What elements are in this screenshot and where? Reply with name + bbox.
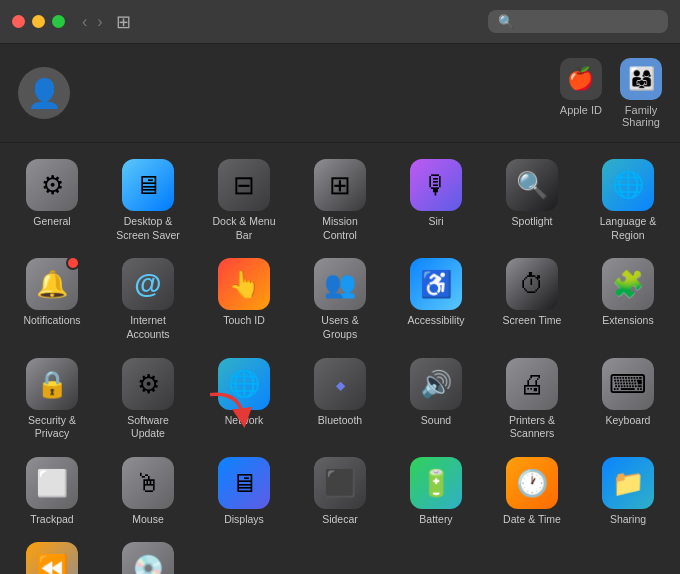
pref-item-displays[interactable]: 🖥 Displays xyxy=(196,449,292,535)
sharing-label: Sharing xyxy=(610,513,646,527)
sharing-icon: 📁 xyxy=(602,457,654,509)
pref-item-siri[interactable]: 🎙 Siri xyxy=(388,151,484,250)
pref-item-sidecar[interactable]: ⬛ Sidecar xyxy=(292,449,388,535)
avatar: 👤 xyxy=(18,67,70,119)
pref-item-internet-accounts[interactable]: @ Internet Accounts xyxy=(100,250,196,349)
pref-item-startup-disk[interactable]: 💿 Startup Disk xyxy=(100,534,196,574)
software-update-icon: ⚙ xyxy=(122,358,174,410)
mission-control-label: Mission Control xyxy=(304,215,376,242)
pref-item-accessibility[interactable]: ♿ Accessibility xyxy=(388,250,484,349)
back-button[interactable]: ‹ xyxy=(79,13,90,31)
extensions-icon: 🧩 xyxy=(602,258,654,310)
spotlight-icon: 🔍 xyxy=(506,159,558,211)
security-privacy-icon: 🔒 xyxy=(26,358,78,410)
internet-accounts-label: Internet Accounts xyxy=(112,314,184,341)
pref-item-trackpad[interactable]: ⬜ Trackpad xyxy=(4,449,100,535)
screen-time-label: Screen Time xyxy=(503,314,562,328)
pref-item-notifications[interactable]: 🔔 Notifications xyxy=(4,250,100,349)
pref-item-users-groups[interactable]: 👥 Users & Groups xyxy=(292,250,388,349)
printers-scanners-icon: 🖨 xyxy=(506,358,558,410)
mouse-label: Mouse xyxy=(132,513,164,527)
software-update-label: Software Update xyxy=(112,414,184,441)
siri-label: Siri xyxy=(428,215,443,229)
family-sharing-button[interactable]: 👨‍👩‍👧 FamilySharing xyxy=(620,58,662,128)
notification-badge xyxy=(66,256,80,270)
pref-item-software-update[interactable]: ⚙ Software Update xyxy=(100,350,196,449)
pref-item-mouse[interactable]: 🖱 Mouse xyxy=(100,449,196,535)
user-profile-row[interactable]: 👤 🍎 Apple ID 👨‍👩‍👧 FamilySharing xyxy=(0,44,680,143)
pref-item-general[interactable]: ⚙ General xyxy=(4,151,100,250)
preferences-grid: ⚙ General 🖥 Desktop & Screen Saver ⊟ Doc… xyxy=(0,143,680,574)
pref-item-extensions[interactable]: 🧩 Extensions xyxy=(580,250,676,349)
displays-label: Displays xyxy=(224,513,264,527)
date-time-icon: 🕐 xyxy=(506,457,558,509)
notifications-icon: 🔔 xyxy=(26,258,78,310)
language-region-icon: 🌐 xyxy=(602,159,654,211)
apple-id-icon: 🍎 xyxy=(560,58,602,100)
dock-menu-bar-label: Dock & Menu Bar xyxy=(208,215,280,242)
nav-arrows: ‹ › xyxy=(79,13,106,31)
mission-control-icon: ⊞ xyxy=(314,159,366,211)
desktop-screensaver-label: Desktop & Screen Saver xyxy=(112,215,184,242)
keyboard-label: Keyboard xyxy=(606,414,651,428)
pref-item-battery[interactable]: 🔋 Battery xyxy=(388,449,484,535)
screen-time-icon: ⏱ xyxy=(506,258,558,310)
keyboard-icon: ⌨ xyxy=(602,358,654,410)
sidecar-label: Sidecar xyxy=(322,513,358,527)
extensions-label: Extensions xyxy=(602,314,653,328)
pref-item-security-privacy[interactable]: 🔒 Security & Privacy xyxy=(4,350,100,449)
pref-item-keyboard[interactable]: ⌨ Keyboard xyxy=(580,350,676,449)
pref-item-screen-time[interactable]: ⏱ Screen Time xyxy=(484,250,580,349)
apple-id-button[interactable]: 🍎 Apple ID xyxy=(560,58,602,128)
pref-item-language-region[interactable]: 🌐 Language & Region xyxy=(580,151,676,250)
apple-id-label: Apple ID xyxy=(560,104,602,116)
pref-item-dock-menu-bar[interactable]: ⊟ Dock & Menu Bar xyxy=(196,151,292,250)
trackpad-label: Trackpad xyxy=(30,513,73,527)
battery-label: Battery xyxy=(419,513,452,527)
user-info xyxy=(84,92,560,94)
time-machine-icon: ⏪ xyxy=(26,542,78,574)
family-sharing-icon: 👨‍👩‍👧 xyxy=(620,58,662,100)
sound-label: Sound xyxy=(421,414,451,428)
battery-icon: 🔋 xyxy=(410,457,462,509)
desktop-screensaver-icon: 🖥 xyxy=(122,159,174,211)
touch-id-icon: 👆 xyxy=(218,258,270,310)
traffic-lights xyxy=(12,15,65,28)
sidecar-icon: ⬛ xyxy=(314,457,366,509)
printers-scanners-label: Printers & Scanners xyxy=(496,414,568,441)
mouse-icon: 🖱 xyxy=(122,457,174,509)
users-groups-label: Users & Groups xyxy=(304,314,376,341)
pref-item-sound[interactable]: 🔊 Sound xyxy=(388,350,484,449)
spotlight-label: Spotlight xyxy=(512,215,553,229)
network-label: Network xyxy=(225,414,264,428)
search-input[interactable] xyxy=(520,14,658,29)
pref-item-sharing[interactable]: 📁 Sharing xyxy=(580,449,676,535)
internet-accounts-icon: @ xyxy=(122,258,174,310)
language-region-label: Language & Region xyxy=(592,215,664,242)
grid-view-icon[interactable]: ⊞ xyxy=(116,11,131,33)
accessibility-icon: ♿ xyxy=(410,258,462,310)
search-bar[interactable]: 🔍 xyxy=(488,10,668,33)
bluetooth-icon: ⬥ xyxy=(314,358,366,410)
date-time-label: Date & Time xyxy=(503,513,561,527)
trackpad-icon: ⬜ xyxy=(26,457,78,509)
users-groups-icon: 👥 xyxy=(314,258,366,310)
forward-button[interactable]: › xyxy=(94,13,105,31)
pref-item-printers-scanners[interactable]: 🖨 Printers & Scanners xyxy=(484,350,580,449)
pref-item-spotlight[interactable]: 🔍 Spotlight xyxy=(484,151,580,250)
pref-item-bluetooth[interactable]: ⬥ Bluetooth xyxy=(292,350,388,449)
touch-id-label: Touch ID xyxy=(223,314,264,328)
pref-item-time-machine[interactable]: ⏪ Time Machine xyxy=(4,534,100,574)
accessibility-label: Accessibility xyxy=(407,314,464,328)
notifications-label: Notifications xyxy=(23,314,80,328)
network-icon: 🌐 xyxy=(218,358,270,410)
minimize-button[interactable] xyxy=(32,15,45,28)
pref-item-touch-id[interactable]: 👆 Touch ID xyxy=(196,250,292,349)
pref-item-date-time[interactable]: 🕐 Date & Time xyxy=(484,449,580,535)
pref-item-mission-control[interactable]: ⊞ Mission Control xyxy=(292,151,388,250)
maximize-button[interactable] xyxy=(52,15,65,28)
pref-item-desktop-screensaver[interactable]: 🖥 Desktop & Screen Saver xyxy=(100,151,196,250)
close-button[interactable] xyxy=(12,15,25,28)
pref-item-network[interactable]: 🌐 Network xyxy=(196,350,292,449)
dock-menu-bar-icon: ⊟ xyxy=(218,159,270,211)
